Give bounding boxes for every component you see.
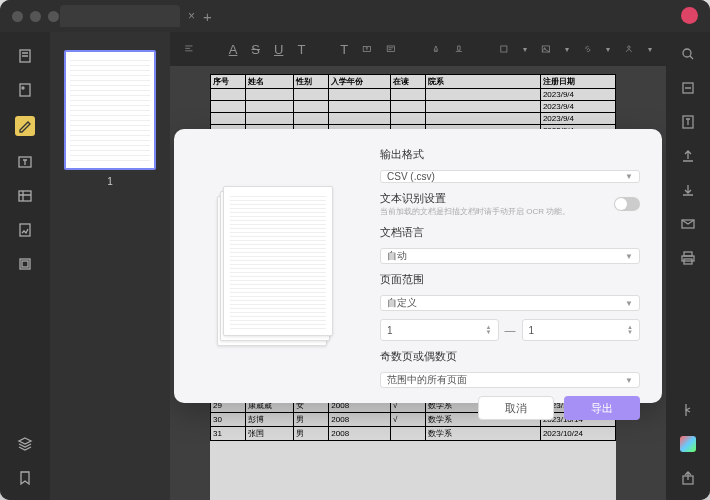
- annotate-icon[interactable]: [17, 82, 33, 98]
- page-thumbnail[interactable]: [64, 50, 156, 170]
- stamp-icon[interactable]: [17, 222, 33, 238]
- output-format-select[interactable]: CSV (.csv)▼: [380, 170, 640, 183]
- minimize-window-icon[interactable]: [30, 11, 41, 22]
- share-icon[interactable]: [680, 470, 696, 486]
- range-from-input[interactable]: 1▲▼: [380, 319, 499, 341]
- svg-rect-5: [20, 224, 30, 236]
- crop-icon[interactable]: [17, 256, 33, 272]
- thumbnail-panel: 1: [50, 32, 170, 500]
- export-button[interactable]: 导出: [564, 396, 640, 420]
- close-tab-icon[interactable]: ×: [188, 9, 195, 23]
- svg-rect-7: [22, 261, 28, 267]
- page-icon[interactable]: [17, 48, 33, 64]
- form-icon[interactable]: [17, 188, 33, 204]
- cancel-button[interactable]: 取消: [478, 396, 554, 420]
- chevron-down-icon: ▼: [625, 376, 633, 385]
- ocr-icon[interactable]: [680, 80, 696, 96]
- document-tab[interactable]: [60, 5, 180, 27]
- svg-rect-1: [20, 84, 30, 96]
- translate-icon[interactable]: [680, 114, 696, 130]
- highlight-tool[interactable]: [15, 116, 35, 136]
- ocr-label: 文本识别设置: [380, 191, 570, 206]
- chevron-down-icon: ▼: [625, 252, 633, 261]
- export-dialog: 输出格式 CSV (.csv)▼ 文本识别设置 当前加载的文档是扫描文档时请手动…: [174, 129, 662, 403]
- svg-point-2: [22, 87, 24, 89]
- modal-overlay: 输出格式 CSV (.csv)▼ 文本识别设置 当前加载的文档是扫描文档时请手动…: [170, 32, 666, 500]
- app-window: × + 1 A S: [0, 0, 710, 500]
- range-select[interactable]: 自定义▼: [380, 295, 640, 311]
- bookmark-icon[interactable]: [17, 470, 33, 486]
- lang-select[interactable]: 自动▼: [380, 248, 640, 264]
- titlebar: × +: [0, 0, 710, 32]
- collapse-icon[interactable]: [680, 402, 696, 418]
- print-icon[interactable]: [680, 250, 696, 266]
- parity-label: 奇数页或偶数页: [380, 349, 640, 364]
- chevron-down-icon: ▼: [625, 172, 633, 181]
- close-window-icon[interactable]: [12, 11, 23, 22]
- traffic-lights: [12, 11, 59, 22]
- new-tab-icon[interactable]: +: [203, 8, 212, 25]
- upload-icon[interactable]: [680, 148, 696, 164]
- download-icon[interactable]: [680, 182, 696, 198]
- avatar[interactable]: [681, 7, 698, 24]
- ocr-hint: 当前加载的文档是扫描文档时请手动开启 OCR 功能。: [380, 206, 570, 217]
- layers-icon[interactable]: [17, 436, 33, 452]
- zoom-window-icon[interactable]: [48, 11, 59, 22]
- parity-select[interactable]: 范围中的所有页面▼: [380, 372, 640, 388]
- chevron-down-icon: ▼: [625, 299, 633, 308]
- right-toolbar: [666, 32, 710, 500]
- text-icon[interactable]: [17, 154, 33, 170]
- svg-rect-4: [19, 191, 31, 201]
- output-format-label: 输出格式: [380, 147, 640, 162]
- export-preview: [174, 129, 374, 403]
- lang-label: 文档语言: [380, 225, 640, 240]
- color-picker-icon[interactable]: [680, 436, 696, 452]
- thumbnail-number: 1: [107, 176, 113, 187]
- range-to-input[interactable]: 1▲▼: [522, 319, 641, 341]
- range-label: 页面范围: [380, 272, 640, 287]
- svg-point-14: [683, 49, 691, 57]
- search-icon[interactable]: [680, 46, 696, 62]
- ocr-toggle[interactable]: [614, 197, 640, 211]
- main-view: A S U T T ▾ ▾ ▾ ▾: [170, 32, 666, 500]
- left-toolbar: [0, 32, 50, 500]
- mail-icon[interactable]: [680, 216, 696, 232]
